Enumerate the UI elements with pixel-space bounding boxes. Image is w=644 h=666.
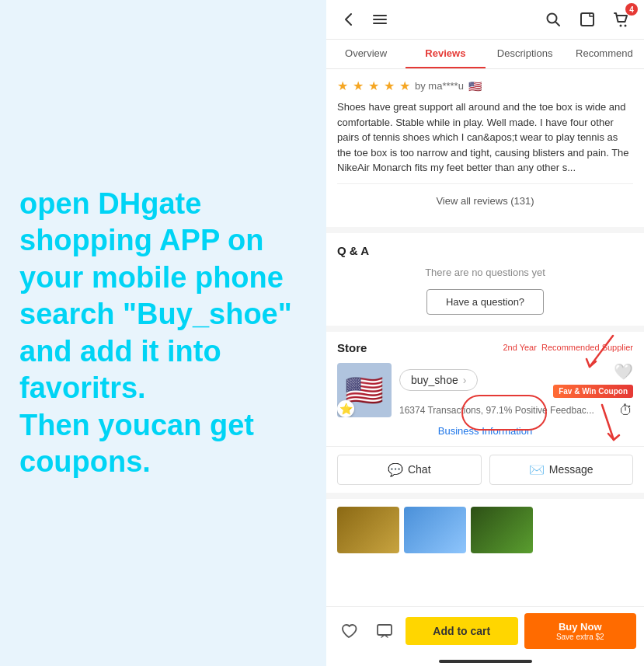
tab-reviews[interactable]: Reviews <box>406 40 485 68</box>
message-label: Message <box>549 463 594 476</box>
store-logo: 🇺🇸 ⭐ <box>337 363 392 417</box>
instruction-text: open DHgate shopping APP on your mobile … <box>19 186 307 481</box>
home-indicator <box>326 655 644 666</box>
store-label: Store <box>337 341 367 354</box>
store-badge: 2nd Year Recommended Supplier <box>503 343 633 352</box>
tab-descriptions[interactable]: Descriptions <box>486 40 565 68</box>
buy-now-button[interactable]: Buy Now Save extra $2 <box>524 613 637 649</box>
wishlist-button[interactable] <box>334 619 364 643</box>
product-thumbnails <box>326 499 644 561</box>
tab-overview[interactable]: Overview <box>326 40 406 68</box>
fav-win-button[interactable]: Fav & Win Coupon <box>553 385 633 398</box>
store-name-row: buy_shoe › 🤍 Fav & Win Coupon <box>399 362 633 398</box>
store-badge-suffix: Recommended Supplier <box>541 343 633 352</box>
chat-label: Chat <box>408 463 431 476</box>
message-icon: ✉️ <box>529 462 545 477</box>
chat-button[interactable]: 💬 Chat <box>337 455 482 485</box>
message-button[interactable]: ✉️ Message <box>489 455 634 485</box>
nav-right-icons: 4 <box>541 8 633 31</box>
bottom-action-bar: Add to cart Buy Now Save extra $2 <box>326 606 644 655</box>
back-button[interactable] <box>337 8 360 31</box>
qa-empty-text: There are no questions yet <box>337 267 633 278</box>
review-section: ★ ★ ★ ★ ★ by ma****u 🇺🇸 Shoes have great… <box>326 69 644 233</box>
star-5: ★ <box>399 78 410 93</box>
menu-button[interactable] <box>368 8 392 31</box>
share-button[interactable] <box>576 8 599 31</box>
review-text: Shoes have great support all around and … <box>337 99 633 176</box>
svg-point-6 <box>620 25 622 27</box>
store-transactions: 16374 Transactions, 97.1% Positive Feedb… <box>399 405 594 416</box>
store-badge-prefix: 2nd Year <box>503 343 536 352</box>
product-thumb-2[interactable] <box>404 507 466 553</box>
store-info-row: 🇺🇸 ⭐ buy_shoe › <box>337 362 633 419</box>
right-panel: 4 Overview Reviews Descriptions Recommen… <box>326 0 644 666</box>
business-info-link[interactable]: Business Information <box>337 425 633 437</box>
history-icon[interactable]: ⏱ <box>619 403 633 419</box>
svg-point-7 <box>625 25 627 27</box>
view-all-reviews[interactable]: View all reviews (131) <box>337 183 633 218</box>
store-star-badge: ⭐ <box>337 400 354 417</box>
have-question-button[interactable]: Have a question? <box>426 289 544 315</box>
comment-button[interactable] <box>370 619 399 643</box>
reviewer-flag: 🇺🇸 <box>468 80 482 92</box>
left-panel: open DHgate shopping APP on your mobile … <box>0 0 326 666</box>
star-2: ★ <box>353 78 364 93</box>
search-button[interactable] <box>541 8 565 31</box>
product-thumb-1[interactable] <box>337 507 399 553</box>
star-4: ★ <box>384 78 395 93</box>
home-bar <box>439 660 532 663</box>
store-section: Store 2nd Year Recommended Supplier 🇺🇸 ⭐ <box>326 332 644 446</box>
tab-recommend[interactable]: Recommend <box>565 40 644 68</box>
main-content: ★ ★ ★ ★ ★ by ma****u 🇺🇸 Shoes have great… <box>326 69 644 606</box>
star-1: ★ <box>337 78 348 93</box>
store-name-text: buy_shoe <box>411 374 458 386</box>
add-to-cart-button[interactable]: Add to cart <box>406 617 518 645</box>
qa-title: Q & A <box>337 244 633 257</box>
tab-bar: Overview Reviews Descriptions Recommend <box>326 40 644 69</box>
store-chevron-icon: › <box>463 374 467 386</box>
cart-button[interactable]: 4 <box>610 8 633 31</box>
svg-rect-8 <box>378 625 392 635</box>
top-nav: 4 <box>326 0 644 40</box>
product-thumb-3[interactable] <box>471 507 533 553</box>
qa-button-wrap: Have a question? <box>337 289 633 315</box>
store-header: Store 2nd Year Recommended Supplier <box>337 341 633 354</box>
svg-rect-5 <box>581 13 594 26</box>
qa-section: Q & A There are no questions yet Have a … <box>326 233 644 332</box>
svg-line-4 <box>555 22 559 26</box>
review-stars: ★ ★ ★ ★ ★ by ma****u 🇺🇸 <box>337 78 633 93</box>
reviewer-name: by ma****u <box>415 80 464 92</box>
chat-icon: 💬 <box>388 462 403 477</box>
fav-icon[interactable]: 🤍 <box>614 362 633 381</box>
store-details: buy_shoe › 🤍 Fav & Win Coupon 16374 Tran… <box>399 362 633 419</box>
store-name-button[interactable]: buy_shoe › <box>399 369 478 391</box>
buy-now-label: Buy Now <box>559 621 602 633</box>
star-3: ★ <box>368 78 379 93</box>
buy-now-sub-label: Save extra $2 <box>529 633 632 641</box>
cart-badge: 4 <box>625 3 638 16</box>
store-cta-row: 💬 Chat ✉️ Message <box>326 446 644 499</box>
